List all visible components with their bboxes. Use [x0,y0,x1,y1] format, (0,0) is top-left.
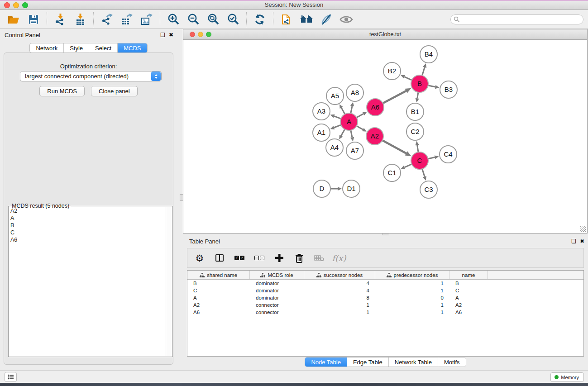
memory-status-icon [555,375,559,379]
close-table-panel-icon[interactable]: ✖ [580,238,584,244]
attribute-icon [316,273,321,277]
table-settings-button[interactable]: ⚙ [193,251,206,265]
result-scrollbar[interactable] [166,207,171,356]
table-panel-title: Table Panel [189,238,220,245]
select-all-button[interactable] [233,251,246,265]
function-builder-button[interactable]: f(x) [332,251,346,265]
graph-node-B[interactable]: B [411,75,429,93]
tab-style[interactable]: Style [63,43,89,52]
network-canvas[interactable]: AA1A2A3A4A5A6A7A8BB1B2B3B4CC1C2C3C4DD1 [183,40,587,233]
table-cell: 0 [375,294,449,301]
table-cell: dominator [250,294,304,301]
mcds-result-item: B [9,222,166,229]
close-panel-icon[interactable]: ✖ [169,32,173,38]
graph-node-C1[interactable]: C1 [383,164,401,182]
table-row[interactable]: Adominator80A [187,294,583,301]
table-toolbar: ⚙ f(x) [187,248,584,268]
table-row[interactable]: Cdominator41C [187,287,583,294]
graph-node-B2[interactable]: B2 [383,62,401,80]
refresh-button[interactable] [251,11,269,28]
graph-node-C4[interactable]: C4 [439,145,457,163]
zoom-out-button[interactable] [184,11,202,28]
eye-icon [339,14,353,24]
node-table: shared nameMCDS rolesuccessor nodesprede… [187,270,584,357]
hide-brush-icon [320,14,332,25]
graph-node-A3[interactable]: A3 [312,102,330,120]
import-network-icon [54,14,66,25]
delete-table-button[interactable] [312,251,326,265]
open-session-button[interactable] [5,11,23,28]
graph-node-D[interactable]: D [313,180,331,198]
table-row[interactable]: A2connector11A2 [187,301,583,309]
search-input[interactable] [460,15,583,24]
memory-button[interactable]: Memory [550,372,584,382]
table-row[interactable]: A6connector11A6 [187,309,583,316]
graph-node-A[interactable]: A [340,113,358,131]
deselect-all-button[interactable] [253,251,266,265]
show-all-button[interactable] [337,11,355,28]
tab-edge-table[interactable]: Edge Table [347,357,388,367]
zoom-fit-button[interactable] [204,11,222,28]
column-header-predecessor-nodes[interactable]: predecessor nodes [375,271,449,279]
column-visibility-button[interactable] [213,251,226,265]
graph-node-C[interactable]: C [411,152,429,170]
column-header-shared-name[interactable]: shared name [187,271,250,279]
float-panel-icon[interactable]: ❑ [160,32,165,38]
tab-node-table[interactable]: Node Table [305,357,347,367]
first-neighbors-button[interactable] [297,11,316,28]
network-window-titlebar[interactable]: testGlobe.txt [183,29,587,40]
graph-node-A2[interactable]: A2 [366,127,384,145]
export-table-icon [121,14,133,25]
import-table-button[interactable] [71,11,89,28]
graph-node-A8[interactable]: A8 [346,84,364,102]
add-row-button[interactable] [272,251,286,265]
tab-network-table[interactable]: Network Table [388,357,438,367]
graph-node-C2[interactable]: C2 [406,123,424,141]
mcds-result-list: A2ABCA6 [9,207,166,243]
edge-arrowhead [350,137,354,142]
column-header-successor-nodes[interactable]: successor nodes [304,271,375,279]
graph-node-A6[interactable]: A6 [366,98,384,116]
export-network-icon [101,14,113,25]
graph-node-A4[interactable]: A4 [325,138,344,157]
graph-node-A1[interactable]: A1 [312,124,330,142]
fx-icon: f(x) [332,253,346,263]
export-image-button[interactable] [138,11,156,28]
table-cell: B [187,280,250,287]
table-row[interactable]: Bdominator41B [187,280,583,287]
zoom-selected-button[interactable] [224,11,242,28]
new-network-from-selection-button[interactable] [277,11,296,28]
tab-mcds[interactable]: MCDS [117,43,147,52]
import-network-button[interactable] [51,11,69,28]
run-mcds-button[interactable]: Run MCDS [39,86,85,96]
delete-row-button[interactable] [292,251,306,265]
graph-node-D1[interactable]: D1 [342,180,360,198]
zoom-in-button[interactable] [164,11,182,28]
window-resize-grip[interactable] [580,226,586,232]
criterion-dropdown[interactable]: largest connected component (directed) [20,71,162,81]
export-table-button[interactable] [118,11,136,28]
save-session-button[interactable] [24,11,43,28]
graph-node-B4[interactable]: B4 [420,45,438,63]
graph-node-C3[interactable]: C3 [420,181,438,199]
save-floppy-icon [28,14,39,25]
graph-node-B3[interactable]: B3 [440,81,458,99]
table-cell: 4 [304,287,375,294]
delete-table-icon [314,254,324,262]
tab-motifs[interactable]: Motifs [438,357,466,367]
column-header-name[interactable]: name [449,271,488,279]
graph-node-A7[interactable]: A7 [346,142,364,160]
tab-network[interactable]: Network [30,43,63,52]
export-network-button[interactable] [98,11,116,28]
show-panels-button[interactable] [5,372,17,382]
refresh-icon [254,14,266,25]
close-panel-button[interactable]: Close panel [91,86,138,96]
tab-select[interactable]: Select [89,43,117,52]
graph-node-A5[interactable]: A5 [326,87,344,105]
float-table-panel-icon[interactable]: ❑ [571,238,576,244]
hide-selected-button[interactable] [317,11,335,28]
graph-node-B1[interactable]: B1 [406,103,424,121]
column-header-MCDS-role[interactable]: MCDS role [250,271,304,279]
attribute-icon [260,273,265,277]
search-field[interactable] [450,14,583,24]
